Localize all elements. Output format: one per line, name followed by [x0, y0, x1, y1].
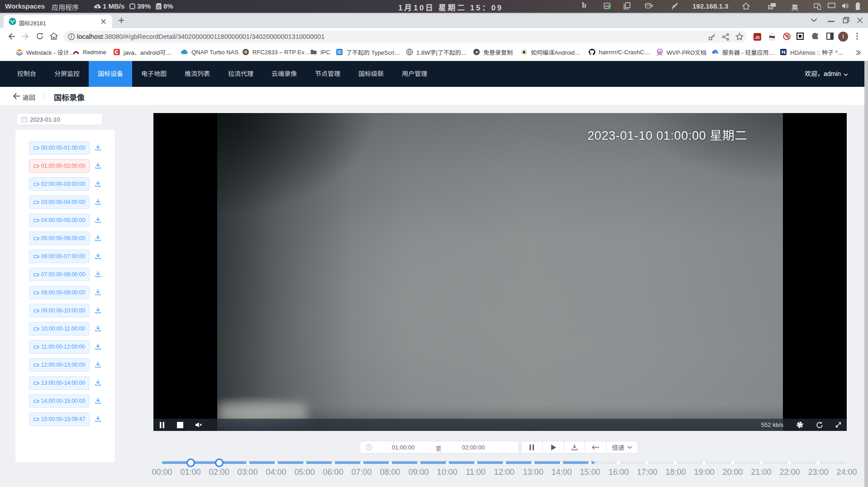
svg-text:JS: JS: [755, 35, 760, 40]
svg-text:WVP-PRO: WVP-PRO: [656, 54, 663, 56]
svg-text:知: 知: [337, 50, 342, 55]
